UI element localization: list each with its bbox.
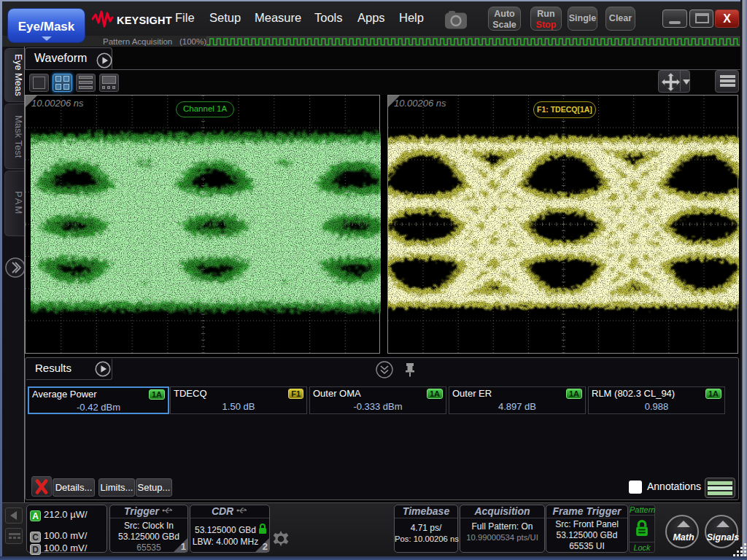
svg-text:KEYSIGHT: KEYSIGHT — [117, 15, 172, 26]
